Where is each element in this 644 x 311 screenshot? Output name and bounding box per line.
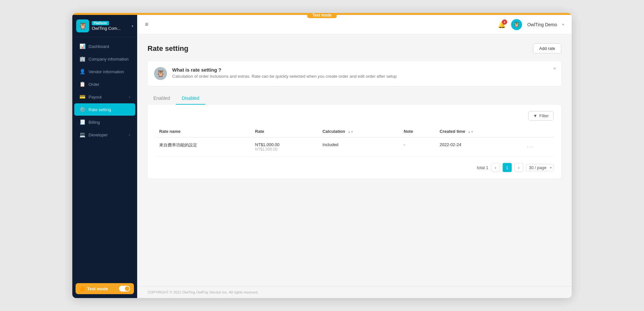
col-note: Note — [400, 126, 436, 137]
col-actions — [523, 126, 554, 137]
table-toolbar: ▼ Filter — [155, 111, 554, 121]
bell-badge: 2 — [502, 19, 507, 25]
topbar: ≡ 🔔 2 🦉 OwlTing Demo ▾ — [137, 15, 572, 34]
filter-icon: ▼ — [533, 113, 537, 118]
sidebar-item-label: Rate setting — [89, 107, 111, 112]
test-mode-icon: 🟠 — [79, 286, 85, 291]
sidebar-item-dashboard[interactable]: 📊 Dashboard — [74, 40, 135, 52]
sidebar-item-label: Billing — [89, 120, 100, 125]
col-created-time[interactable]: Created time ▲▼ — [436, 126, 523, 137]
order-icon: 📋 — [79, 81, 85, 87]
info-box-text: What is rate setting ? Calculation of or… — [172, 67, 397, 79]
sidebar-header: 🦉 Platform OwlTing Com... ▾ — [72, 15, 137, 37]
row-more-button[interactable]: ... — [527, 142, 534, 149]
sidebar-footer: 🟠 Test mode — [72, 279, 137, 298]
sidebar-item-vendor-information[interactable]: 👤 Vendor information — [74, 65, 135, 78]
col-rate-name: Rate name — [155, 126, 251, 137]
page-size-select[interactable]: 10 / page 20 / page 30 / page 50 / page — [526, 164, 554, 171]
cell-calculation: Included — [318, 137, 400, 156]
pagination-total: total 1 — [477, 165, 488, 170]
test-mode-label: Test mode — [87, 286, 108, 291]
platform-badge: Platform — [92, 21, 109, 25]
billing-icon: 🧾 — [79, 119, 85, 125]
sidebar-item-label: Vendor information — [89, 69, 124, 74]
topbar-right: 🔔 2 🦉 OwlTing Demo ▾ — [498, 19, 564, 30]
rate-sub-value: NT$1,000.00 — [255, 147, 315, 152]
sidebar-logo-icon: 🦉 — [76, 19, 89, 32]
sidebar-item-label: Developer — [89, 132, 108, 137]
sidebar-item-rate-setting[interactable]: ⚙️ Rate setting — [74, 103, 135, 116]
pagination-prev-button[interactable]: ‹ — [491, 163, 500, 172]
add-rate-button[interactable]: Add rate — [533, 43, 561, 53]
page-title: Rate setting — [148, 44, 188, 53]
sidebar-item-billing[interactable]: 🧾 Billing — [74, 116, 135, 128]
main-content: ≡ 🔔 2 🦉 OwlTing Demo ▾ Rate setting — [137, 15, 572, 298]
cell-actions: ... — [523, 137, 554, 156]
sidebar-company-name: OwlTing Com... — [92, 26, 129, 31]
info-box-close-button[interactable]: × — [553, 66, 556, 72]
rate-main-value: NT$1,000.00 — [255, 142, 315, 147]
sidebar-item-label: Dashboard — [89, 44, 109, 49]
sidebar-item-order[interactable]: 📋 Order — [74, 78, 135, 90]
filter-button[interactable]: ▼ Filter — [528, 111, 554, 121]
calculation-sort-icon: ▲▼ — [348, 130, 353, 133]
tab-disabled[interactable]: Disabled — [176, 92, 205, 105]
footer-text: COPYRIGHT © 2021 OwlTing OwlPay Service … — [148, 290, 258, 294]
developer-icon: 💻 — [79, 132, 85, 138]
test-mode-toggle[interactable]: 🟠 Test mode — [76, 283, 134, 294]
sidebar-item-label: Payout — [89, 95, 101, 99]
dashboard-icon: 📊 — [79, 43, 85, 49]
cell-note: - — [400, 137, 436, 156]
sidebar-nav: 📊 Dashboard 🏢 Company information 👤 Vend… — [72, 37, 137, 279]
tab-enabled[interactable]: Enabled — [148, 92, 176, 105]
toggle-knob — [125, 286, 129, 291]
payout-icon: 💳 — [79, 94, 85, 100]
info-box-description: Calculation of order inclusions and extr… — [172, 74, 397, 79]
cell-rate-name: 來自費率功能的設定 — [155, 137, 251, 156]
tabs: Enabled Disabled — [148, 92, 561, 105]
page-body: Rate setting Add rate 🦉 What is rate set… — [137, 34, 572, 286]
sidebar-item-payout[interactable]: 💳 Payout › — [74, 91, 135, 103]
payout-chevron-icon: › — [129, 95, 130, 99]
cell-rate: NT$1,000.00 NT$1,000.00 — [251, 137, 319, 156]
top-bar: Test mode — [72, 13, 572, 15]
page-footer: COPYRIGHT © 2021 OwlTing OwlPay Service … — [137, 286, 572, 298]
sidebar: 🦉 Platform OwlTing Com... ▾ 📊 Dashboard … — [72, 15, 137, 298]
vendor-icon: 👤 — [79, 69, 85, 75]
cell-created-time: 2022-02-24 — [436, 137, 523, 156]
sidebar-item-developer[interactable]: 💻 Developer › — [74, 129, 135, 141]
user-avatar: 🦉 — [511, 19, 522, 30]
pagination: total 1 ‹ 1 › 10 / page 20 / page 30 / p… — [155, 163, 554, 172]
sidebar-item-label: Company information — [89, 57, 129, 62]
col-rate: Rate — [251, 126, 319, 137]
user-menu-chevron-icon[interactable]: ▾ — [562, 23, 564, 26]
page-size-wrap: 10 / page 20 / page 30 / page 50 / page — [526, 164, 554, 171]
sidebar-item-company-information[interactable]: 🏢 Company information — [74, 53, 135, 65]
notification-bell-wrap: 🔔 2 — [498, 21, 506, 29]
test-mode-banner: Test mode — [307, 13, 337, 18]
pagination-page-1-button[interactable]: 1 — [503, 163, 512, 172]
page-header: Rate setting Add rate — [148, 43, 561, 53]
user-name: OwlTing Demo — [527, 22, 557, 27]
company-icon: 🏢 — [79, 56, 85, 62]
table-row: 來自費率功能的設定 NT$1,000.00 NT$1,000.00 Includ… — [155, 137, 554, 156]
sidebar-item-label: Order — [89, 82, 99, 87]
rate-table: Rate name Rate Calculation ▲▼ — [155, 126, 554, 156]
pagination-next-button[interactable]: › — [514, 163, 523, 172]
rate-setting-icon: ⚙️ — [79, 107, 85, 112]
test-mode-switch[interactable] — [119, 286, 130, 292]
info-box: 🦉 What is rate setting ? Calculation of … — [148, 61, 561, 86]
developer-chevron-icon: › — [129, 133, 130, 137]
table-card: ▼ Filter Rate name Rate — [148, 105, 561, 179]
info-box-icon: 🦉 — [154, 67, 167, 80]
info-box-heading: What is rate setting ? — [172, 67, 397, 73]
created-time-sort-icon: ▲▼ — [468, 130, 473, 133]
sidebar-brand: Platform OwlTing Com... — [92, 21, 129, 31]
col-calculation[interactable]: Calculation ▲▼ — [318, 126, 400, 137]
menu-icon[interactable]: ≡ — [145, 21, 149, 28]
sidebar-chevron-icon[interactable]: ▾ — [132, 24, 133, 28]
